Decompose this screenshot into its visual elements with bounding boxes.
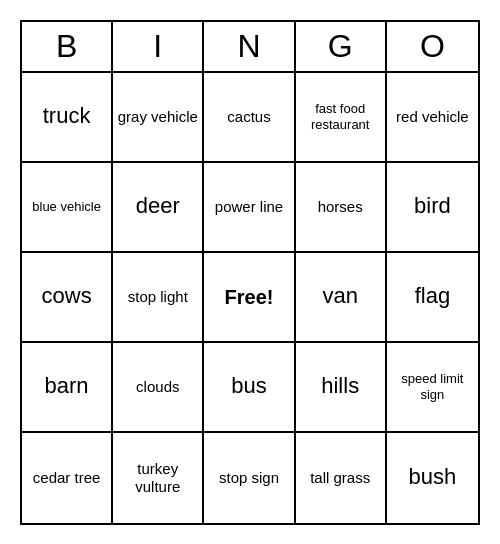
bingo-cell-20: cedar tree: [22, 433, 113, 523]
bingo-cell-4: red vehicle: [387, 73, 478, 163]
bingo-cell-5: blue vehicle: [22, 163, 113, 253]
bingo-cell-22: stop sign: [204, 433, 295, 523]
bingo-cell-24: bush: [387, 433, 478, 523]
bingo-card: B I N G O truckgray vehiclecactusfast fo…: [20, 20, 480, 525]
header-b: B: [22, 22, 113, 71]
bingo-cell-0: truck: [22, 73, 113, 163]
header-i: I: [113, 22, 204, 71]
bingo-cell-2: cactus: [204, 73, 295, 163]
bingo-cell-1: gray vehicle: [113, 73, 204, 163]
header-o: O: [387, 22, 478, 71]
bingo-cell-17: bus: [204, 343, 295, 433]
bingo-cell-10: cows: [22, 253, 113, 343]
header-g: G: [296, 22, 387, 71]
bingo-cell-19: speed limit sign: [387, 343, 478, 433]
bingo-cell-16: clouds: [113, 343, 204, 433]
bingo-cell-14: flag: [387, 253, 478, 343]
bingo-cell-13: van: [296, 253, 387, 343]
bingo-cell-3: fast food restaurant: [296, 73, 387, 163]
bingo-cell-23: tall grass: [296, 433, 387, 523]
bingo-cell-12: Free!: [204, 253, 295, 343]
bingo-cell-8: horses: [296, 163, 387, 253]
header-n: N: [204, 22, 295, 71]
bingo-cell-9: bird: [387, 163, 478, 253]
bingo-grid: truckgray vehiclecactusfast food restaur…: [22, 73, 478, 523]
bingo-header: B I N G O: [22, 22, 478, 73]
bingo-cell-18: hills: [296, 343, 387, 433]
bingo-cell-15: barn: [22, 343, 113, 433]
bingo-cell-7: power line: [204, 163, 295, 253]
bingo-cell-6: deer: [113, 163, 204, 253]
bingo-cell-21: turkey vulture: [113, 433, 204, 523]
bingo-cell-11: stop light: [113, 253, 204, 343]
